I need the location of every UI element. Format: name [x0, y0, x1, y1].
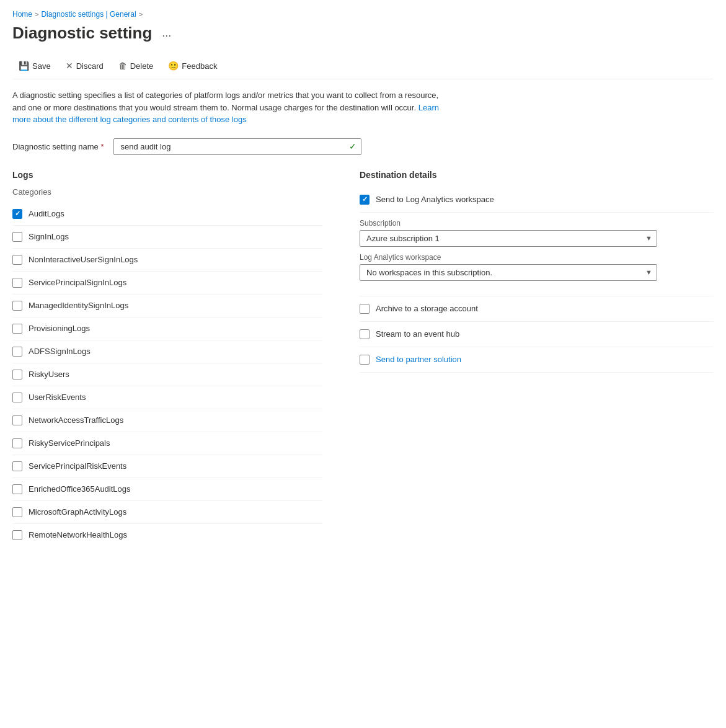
- workspace-select-wrapper: No workspaces in this subscription. ▼: [360, 264, 657, 281]
- more-options-button[interactable]: ...: [158, 25, 175, 41]
- destination-section: Destination details Send to Log Analytic…: [360, 170, 714, 546]
- log-item: RemoteNetworkHealthLogs: [12, 524, 322, 546]
- partner-solution-label: Send to partner solution: [376, 355, 461, 364]
- log-item: ManagedIdentitySignInLogs: [12, 295, 322, 317]
- event-hub-checkbox[interactable]: [360, 329, 370, 339]
- setting-name-label: Diagnostic setting name *: [12, 142, 104, 151]
- input-valid-icon: ✓: [349, 141, 356, 151]
- log-item: MicrosoftGraphActivityLogs: [12, 501, 322, 524]
- checkbox-service-principal-sign-in-logs[interactable]: [12, 278, 22, 288]
- page-title: Diagnostic setting: [12, 24, 152, 43]
- log-item: ServicePrincipalRiskEvents: [12, 455, 322, 478]
- log-analytics-details: Subscription Azure subscription 1 ▼ Log …: [360, 213, 714, 296]
- log-label-network-access-traffic-logs: NetworkAccessTrafficLogs: [29, 415, 123, 425]
- log-item: ProvisioningLogs: [12, 317, 322, 340]
- checkbox-microsoft-graph-activity-logs[interactable]: [12, 507, 22, 517]
- partner-solution-option-row: Send to partner solution: [360, 347, 714, 373]
- delete-icon: 🗑: [118, 61, 127, 71]
- subscription-field-group: Subscription Azure subscription 1 ▼: [360, 219, 714, 247]
- categories-label: Categories: [12, 187, 322, 197]
- feedback-label: Feedback: [182, 61, 217, 71]
- log-label-remote-network-health-logs: RemoteNetworkHealthLogs: [29, 530, 127, 539]
- log-label-non-interactive-user-sign-in-logs: NonInteractiveUserSignInLogs: [29, 255, 138, 264]
- log-label-audit-logs: AuditLogs: [29, 209, 64, 218]
- checkbox-provisioning-logs[interactable]: [12, 324, 22, 334]
- log-label-risky-service-principals: RiskyServicePrincipals: [29, 438, 110, 448]
- partner-solution-checkbox[interactable]: [360, 355, 370, 365]
- log-item: NetworkAccessTrafficLogs: [12, 409, 322, 432]
- logs-section: Logs Categories AuditLogsSignInLogsNonIn…: [12, 170, 322, 546]
- destination-section-title: Destination details: [360, 170, 714, 180]
- log-analytics-option-row: Send to Log Analytics workspace: [360, 187, 714, 213]
- checkbox-sign-in-logs[interactable]: [12, 232, 22, 242]
- log-label-microsoft-graph-activity-logs: MicrosoftGraphActivityLogs: [29, 507, 126, 517]
- checkbox-risky-service-principals[interactable]: [12, 438, 22, 448]
- log-item: EnrichedOffice365AuditLogs: [12, 478, 322, 501]
- checkbox-audit-logs[interactable]: [12, 209, 22, 219]
- breadcrumb-sep-2: >: [139, 11, 143, 18]
- required-indicator: *: [100, 142, 104, 151]
- storage-account-checkbox[interactable]: [360, 304, 370, 314]
- log-label-sign-in-logs: SignInLogs: [29, 232, 69, 241]
- checkbox-adfs-sign-in-logs[interactable]: [12, 347, 22, 357]
- log-analytics-label: Send to Log Analytics workspace: [376, 195, 494, 204]
- log-items-container: AuditLogsSignInLogsNonInteractiveUserSig…: [12, 203, 322, 546]
- page-title-row: Diagnostic setting ...: [12, 24, 714, 43]
- discard-icon: ✕: [66, 61, 73, 71]
- workspace-field-group: Log Analytics workspace No workspaces in…: [360, 253, 714, 281]
- delete-button[interactable]: 🗑 Delete: [112, 58, 160, 74]
- log-item: ServicePrincipalSignInLogs: [12, 272, 322, 295]
- log-label-user-risk-events: UserRiskEvents: [29, 393, 86, 402]
- checkbox-user-risk-events[interactable]: [12, 393, 22, 402]
- workspace-select[interactable]: No workspaces in this subscription.: [360, 264, 657, 281]
- storage-account-label: Archive to a storage account: [376, 304, 478, 313]
- breadcrumb: Home > Diagnostic settings | General >: [12, 10, 714, 19]
- event-hub-label: Stream to an event hub: [376, 329, 459, 339]
- toolbar: 💾 Save ✕ Discard 🗑 Delete 🙂 Feedback: [12, 53, 714, 79]
- log-item: NonInteractiveUserSignInLogs: [12, 249, 322, 272]
- event-hub-option-row: Stream to an event hub: [360, 322, 714, 347]
- log-item: RiskyUsers: [12, 363, 322, 386]
- checkbox-remote-network-health-logs[interactable]: [12, 530, 22, 540]
- checkbox-managed-identity-sign-in-logs[interactable]: [12, 301, 22, 311]
- breadcrumb-sep-1: >: [35, 11, 38, 18]
- checkbox-non-interactive-user-sign-in-logs[interactable]: [12, 255, 22, 265]
- subscription-select[interactable]: Azure subscription 1: [360, 230, 657, 247]
- log-label-managed-identity-sign-in-logs: ManagedIdentitySignInLogs: [29, 301, 128, 310]
- feedback-icon: 🙂: [168, 61, 179, 71]
- checkbox-risky-users[interactable]: [12, 370, 22, 380]
- log-item: UserRiskEvents: [12, 386, 322, 409]
- log-label-enriched-office365-audit-logs: EnrichedOffice365AuditLogs: [29, 484, 131, 494]
- log-label-adfs-sign-in-logs: ADFSSignInLogs: [29, 347, 91, 356]
- delete-label: Delete: [130, 61, 154, 71]
- discard-button[interactable]: ✕ Discard: [60, 58, 110, 74]
- log-label-service-principal-sign-in-logs: ServicePrincipalSignInLogs: [29, 278, 126, 287]
- checkbox-service-principal-risk-events[interactable]: [12, 461, 22, 471]
- log-item: AuditLogs: [12, 203, 322, 226]
- discard-label: Discard: [76, 61, 104, 71]
- breadcrumb-diagnostic-settings[interactable]: Diagnostic settings | General: [41, 10, 136, 19]
- save-button[interactable]: 💾 Save: [12, 58, 57, 74]
- setting-name-input-wrapper: ✓: [113, 138, 361, 155]
- save-icon: 💾: [19, 61, 29, 71]
- workspace-label: Log Analytics workspace: [360, 253, 714, 262]
- log-item: RiskyServicePrincipals: [12, 432, 322, 455]
- breadcrumb-home[interactable]: Home: [12, 10, 32, 19]
- feedback-button[interactable]: 🙂 Feedback: [162, 58, 223, 74]
- log-label-service-principal-risk-events: ServicePrincipalRiskEvents: [29, 461, 126, 471]
- checkbox-network-access-traffic-logs[interactable]: [12, 415, 22, 425]
- logs-section-title: Logs: [12, 170, 322, 180]
- log-label-provisioning-logs: ProvisioningLogs: [29, 324, 90, 333]
- main-content: Logs Categories AuditLogsSignInLogsNonIn…: [12, 170, 714, 546]
- save-label: Save: [32, 61, 51, 71]
- subscription-select-wrapper: Azure subscription 1 ▼: [360, 230, 657, 247]
- log-analytics-checkbox[interactable]: [360, 195, 370, 205]
- checkbox-enriched-office365-audit-logs[interactable]: [12, 484, 22, 494]
- storage-account-option-row: Archive to a storage account: [360, 296, 714, 322]
- setting-name-input[interactable]: [113, 138, 361, 155]
- log-item: ADFSSignInLogs: [12, 340, 322, 363]
- description-text: A diagnostic setting specifies a list of…: [12, 89, 446, 126]
- log-item: SignInLogs: [12, 226, 322, 249]
- log-label-risky-users: RiskyUsers: [29, 370, 69, 379]
- setting-name-row: Diagnostic setting name * ✓: [12, 138, 714, 155]
